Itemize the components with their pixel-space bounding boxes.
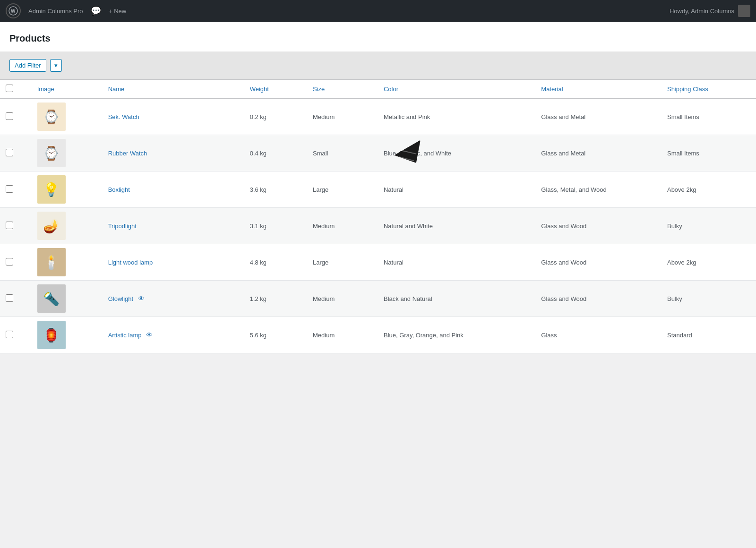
admin-avatar[interactable] [738,5,750,17]
table-header-row: Image Name Weight Size Color Material [0,80,756,99]
row-checkbox-cell[interactable] [0,281,32,317]
product-size: Medium [307,317,378,353]
product-name-link[interactable]: Boxlight [108,186,130,193]
row-checkbox-cell[interactable] [0,208,32,244]
product-shipping-class: Bulky [662,208,756,244]
table-row: 🔦 Glowlight 👁 1.2 kg Medium Black and Na… [0,281,756,317]
product-size: Large [307,244,378,281]
add-filter-button[interactable]: Add Filter [9,59,46,72]
product-material: Glass and Wood [535,208,662,244]
product-name-cell[interactable]: Light wood lamp [103,244,244,281]
product-size: Medium [307,99,378,135]
product-material: Glass and Metal [535,135,662,171]
product-image: 🔦 [37,284,66,313]
product-color: Black and Natural [378,281,535,317]
comment-icon[interactable]: 💬 [91,6,101,16]
row-select-checkbox[interactable] [6,149,13,156]
row-select-checkbox[interactable] [6,222,13,229]
product-size: Medium [307,281,378,317]
product-name-cell[interactable]: Sek. Watch [103,99,244,135]
product-name-cell[interactable]: Glowlight 👁 [103,281,244,317]
product-size: Large [307,171,378,208]
product-size: Medium [307,208,378,244]
row-checkbox-cell[interactable] [0,99,32,135]
row-select-checkbox[interactable] [6,331,13,338]
table-row: 🪔 Tripodlight 3.1 kg Medium Natural and … [0,208,756,244]
product-name-cell[interactable]: Artistic lamp 👁 [103,317,244,353]
header-weight[interactable]: Weight [244,80,307,99]
row-select-checkbox[interactable] [6,185,13,193]
product-image: 💡 [37,175,66,204]
product-weight: 0.2 kg [244,99,307,135]
products-table-container: Image Name Weight Size Color Material [0,79,756,353]
product-color: Blue, Gray, Orange, and Pink [378,317,535,353]
product-image-cell: 🕯️ [32,244,103,281]
product-color: Natural [378,171,535,208]
product-name-link[interactable]: Tripodlight [108,223,137,230]
product-name-link[interactable]: Sek. Watch [108,113,139,120]
product-size: Small [307,135,378,171]
product-color: Blue, Metallic, and White [378,135,535,171]
product-weight: 3.6 kg [244,171,307,208]
edit-icon[interactable]: 👁 [138,295,145,302]
product-shipping-class: Bulky [662,281,756,317]
product-name-cell[interactable]: Tripodlight [103,208,244,244]
svg-text:W: W [11,9,16,14]
table-row: ⌚ Sek. Watch 0.2 kg Medium Metallic and … [0,99,756,135]
products-table: Image Name Weight Size Color Material [0,79,756,353]
product-image-cell: ⌚ [32,99,103,135]
row-checkbox-cell[interactable] [0,135,32,171]
product-shipping-class: Small Items [662,99,756,135]
plus-icon: + [109,8,112,15]
row-select-checkbox[interactable] [6,294,13,302]
product-material: Glass and Wood [535,244,662,281]
wp-logo[interactable]: W [6,3,21,18]
product-shipping-class: Small Items [662,135,756,171]
page-header: Products [0,22,756,51]
page-title: Products [9,29,747,51]
new-button[interactable]: + New [109,8,127,15]
product-material: Glass and Wood [535,281,662,317]
product-image: ⌚ [37,139,66,167]
product-image: 🏮 [37,321,66,349]
header-color[interactable]: Color [378,80,535,99]
product-name-cell[interactable]: Rubber Watch [103,135,244,171]
product-name-cell[interactable]: Boxlight [103,171,244,208]
product-image: 🪔 [37,212,66,240]
table-row: 💡 Boxlight 3.6 kg Large Natural Glass, M… [0,171,756,208]
product-color: Natural [378,244,535,281]
product-image-cell: 💡 [32,171,103,208]
filter-bar: Add Filter ▾ [0,51,756,79]
product-material: Glass and Metal [535,99,662,135]
row-select-checkbox[interactable] [6,258,13,265]
product-weight: 0.4 kg [244,135,307,171]
product-image-cell: 🏮 [32,317,103,353]
product-weight: 4.8 kg [244,244,307,281]
row-checkbox-cell[interactable] [0,171,32,208]
table-row: ⌚ Rubber Watch 0.4 kg Small Blue, Metall… [0,135,756,171]
header-material[interactable]: Material [535,80,662,99]
header-size[interactable]: Size [307,80,378,99]
header-name[interactable]: Name [103,80,244,99]
row-checkbox-cell[interactable] [0,317,32,353]
select-all-checkbox[interactable] [6,85,13,92]
edit-icon[interactable]: 👁 [146,331,153,339]
product-name-link[interactable]: Light wood lamp [108,259,153,266]
product-shipping-class: Above 2kg [662,244,756,281]
header-shipping-class[interactable]: Shipping Class [662,80,756,99]
table-row: 🕯️ Light wood lamp 4.8 kg Large Natural … [0,244,756,281]
row-checkbox-cell[interactable] [0,244,32,281]
product-weight: 1.2 kg [244,281,307,317]
filter-dropdown-button[interactable]: ▾ [50,59,62,72]
product-material: Glass, Metal, and Wood [535,171,662,208]
product-shipping-class: Standard [662,317,756,353]
table-body: ⌚ Sek. Watch 0.2 kg Medium Metallic and … [0,99,756,353]
product-shipping-class: Above 2kg [662,171,756,208]
product-name-link[interactable]: Artistic lamp [108,332,142,339]
header-checkbox-cell[interactable] [0,80,32,99]
row-select-checkbox[interactable] [6,112,13,120]
product-name-link[interactable]: Rubber Watch [108,150,147,157]
product-name-link[interactable]: Glowlight [108,295,133,302]
product-image: 🕯️ [37,248,66,276]
header-image[interactable]: Image [32,80,103,99]
